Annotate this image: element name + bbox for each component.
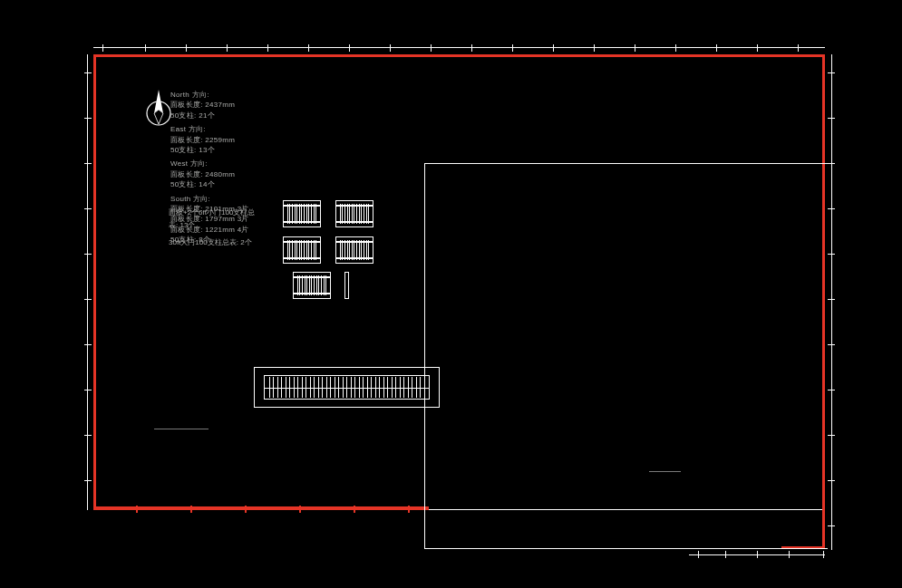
extras-row3: 30ft大门100支柱总表: 2个 [169, 238, 255, 248]
fence-panel-module [293, 272, 331, 299]
fence-panel-module [335, 236, 373, 264]
fence-panel-module [283, 200, 321, 227]
dimension-tick [553, 44, 554, 52]
fence-segment [93, 54, 825, 57]
fence-segment [93, 506, 429, 510]
dimension-tick [186, 44, 187, 52]
west-length: 面板长度: 2480mm [170, 170, 249, 179]
dimension-tick [471, 44, 472, 52]
east-posts: 50支柱: 13个 [170, 146, 249, 155]
fence-post-marker [299, 506, 301, 513]
fence-segment [93, 54, 96, 510]
dimension-tick [87, 54, 88, 510]
room-edge [424, 548, 828, 549]
dimension-tick [267, 44, 268, 52]
dimension-tick [84, 480, 92, 481]
west-posts: 50支柱: 14个 [170, 180, 249, 189]
north-arrow-icon [145, 88, 172, 128]
dimension-tick [431, 44, 432, 52]
dimension-tick [84, 72, 92, 73]
gate-module [254, 367, 440, 408]
dimension-tick [84, 118, 92, 119]
dimension-tick [757, 44, 758, 52]
north-length: 面板长度: 2437mm [170, 101, 249, 110]
north-header: North 方向: [170, 91, 249, 100]
fence-post-marker [354, 506, 355, 513]
fence-post-marker [136, 506, 138, 513]
east-length: 面板长度: 2259mm [170, 136, 249, 145]
dimension-tick [84, 344, 92, 345]
dimension-tick [635, 44, 635, 52]
dimension-tick [308, 44, 309, 52]
east-header: East 方向: [170, 125, 249, 134]
dimension-tick [675, 44, 676, 52]
dimension-tick [84, 208, 92, 209]
canvas: { "compass": {"north_label":"N"}, "info"… [0, 0, 902, 588]
dimension-tick [84, 163, 92, 164]
dimension-tick [102, 44, 103, 52]
fence-post-marker [408, 506, 410, 513]
fence-segment [822, 54, 825, 510]
fence-segment [822, 507, 825, 548]
svg-marker-2 [154, 110, 163, 124]
dimension-tick [594, 44, 595, 52]
dimension-tick [798, 44, 799, 52]
dimension-tick [716, 44, 717, 52]
south-header: South 方向: [170, 195, 249, 204]
dimension-tick [349, 44, 350, 52]
dimension-tick [93, 47, 825, 48]
dimension-tick [84, 390, 92, 390]
footer-mark [649, 471, 681, 472]
extras-info-block: 面板+2个6ft小门100支柱总 表: 13个 30ft大门100支柱总表: 2… [169, 208, 255, 250]
dimension-tick [84, 299, 92, 300]
fence-panel-module [344, 272, 349, 299]
dimension-tick [831, 54, 832, 550]
dimension-tick [227, 44, 228, 52]
fence-panel-module [335, 200, 373, 227]
extras-row2: 表: 13个 [169, 221, 255, 231]
room-edge [424, 163, 828, 164]
west-header: West 方向: [170, 159, 249, 169]
footer-mark [154, 429, 209, 429]
dimension-tick [390, 44, 391, 52]
north-posts: 50支柱: 21个 [170, 111, 249, 120]
fence-panel-module [283, 236, 321, 264]
fence-post-marker [190, 506, 192, 513]
dimension-tick [145, 44, 146, 52]
dimension-tick [689, 554, 825, 555]
fence-post-marker [245, 506, 247, 513]
dimension-tick [84, 254, 92, 255]
dimension-tick [84, 435, 92, 436]
dimension-tick [512, 44, 513, 52]
room-edge [424, 163, 425, 548]
extras-row1: 面板+2个6ft小门100支柱总 [169, 208, 255, 218]
